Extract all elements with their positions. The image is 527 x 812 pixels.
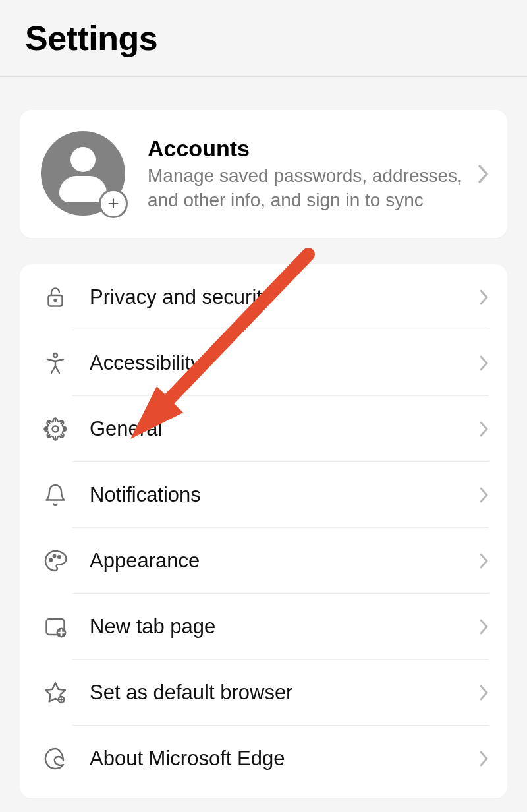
star-gear-icon (38, 660, 72, 726)
settings-item-label: About Microsoft Edge (90, 747, 480, 770)
gear-icon (38, 396, 72, 462)
chevron-right-icon (480, 751, 489, 767)
accessibility-icon (38, 330, 72, 396)
settings-item-label: New tab page (90, 615, 480, 639)
svg-point-1 (55, 299, 57, 301)
settings-item-label: Accessibility (90, 351, 480, 375)
chevron-right-icon (478, 165, 489, 183)
chevron-right-icon (480, 685, 489, 701)
settings-item-general[interactable]: General (20, 396, 507, 462)
settings-item-privacy[interactable]: Privacy and security (20, 264, 507, 330)
svg-point-5 (53, 555, 56, 558)
chevron-right-icon (480, 289, 489, 305)
settings-item-label: Privacy and security (90, 285, 480, 309)
svg-point-2 (53, 353, 57, 357)
chevron-right-icon (480, 487, 489, 503)
chevron-right-icon (480, 355, 489, 371)
chevron-right-icon (480, 619, 489, 635)
svg-point-3 (53, 426, 59, 432)
palette-icon (38, 528, 72, 594)
svg-point-4 (49, 559, 52, 562)
new-tab-icon (38, 594, 72, 660)
plus-icon: + (99, 189, 128, 218)
edge-icon (38, 726, 72, 792)
settings-item-accessibility[interactable]: Accessibility (20, 330, 507, 396)
avatar-add-icon: + (41, 131, 126, 217)
settings-item-label: Appearance (90, 549, 480, 573)
settings-item-label: Set as default browser (90, 681, 480, 705)
settings-list: Privacy and security Accessibility Gener… (20, 264, 507, 798)
lock-icon (38, 264, 72, 330)
accounts-card[interactable]: + Accounts Manage saved passwords, addre… (20, 110, 507, 238)
settings-item-about[interactable]: About Microsoft Edge (20, 726, 507, 792)
accounts-text: Accounts Manage saved passwords, address… (126, 136, 478, 212)
page-title: Settings (25, 18, 502, 58)
bell-icon (38, 462, 72, 528)
chevron-right-icon (480, 421, 489, 437)
settings-item-notifications[interactable]: Notifications (20, 462, 507, 528)
settings-item-newtab[interactable]: New tab page (20, 594, 507, 660)
accounts-description: Manage saved passwords, addresses, and o… (148, 164, 478, 212)
page-header: Settings (0, 0, 527, 77)
settings-content: + Accounts Manage saved passwords, addre… (0, 77, 527, 798)
settings-item-appearance[interactable]: Appearance (20, 528, 507, 594)
settings-item-label: General (90, 417, 480, 441)
settings-item-label: Notifications (90, 483, 480, 507)
accounts-title: Accounts (148, 136, 478, 161)
chevron-right-icon (480, 553, 489, 569)
settings-item-default-browser[interactable]: Set as default browser (20, 660, 507, 726)
svg-point-6 (58, 556, 61, 558)
